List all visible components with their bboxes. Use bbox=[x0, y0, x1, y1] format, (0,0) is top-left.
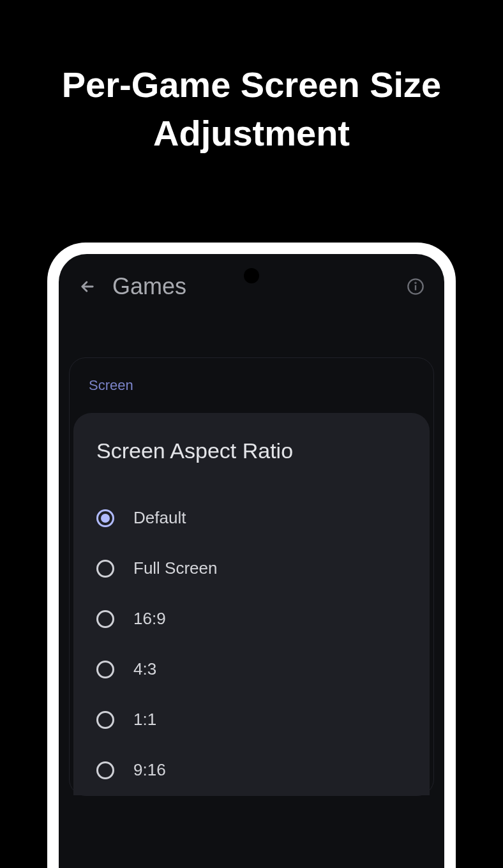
radio-label: 1:1 bbox=[133, 710, 156, 730]
radio-option-default[interactable]: Default bbox=[96, 493, 407, 543]
radio-icon bbox=[96, 610, 114, 628]
radio-label: 16:9 bbox=[133, 609, 166, 629]
app-bar: Games bbox=[59, 254, 444, 313]
radio-icon bbox=[96, 761, 114, 779]
radio-option-full-screen[interactable]: Full Screen bbox=[96, 543, 407, 594]
radio-icon bbox=[96, 560, 114, 578]
phone-frame: Games Screen Screen Aspect Ratio Default… bbox=[47, 243, 456, 868]
section-card: Screen Screen Aspect Ratio Default Full … bbox=[69, 357, 434, 796]
info-icon[interactable] bbox=[406, 277, 425, 296]
radio-option-9-16[interactable]: 9:16 bbox=[96, 745, 407, 795]
phone-screen: Games Screen Screen Aspect Ratio Default… bbox=[59, 254, 444, 868]
radio-option-4-3[interactable]: 4:3 bbox=[96, 644, 407, 694]
svg-point-2 bbox=[415, 283, 416, 283]
back-arrow-icon[interactable] bbox=[78, 277, 97, 296]
dialog-title: Screen Aspect Ratio bbox=[96, 438, 407, 463]
section-label: Screen bbox=[70, 377, 433, 413]
radio-option-16-9[interactable]: 16:9 bbox=[96, 594, 407, 644]
radio-option-1-1[interactable]: 1:1 bbox=[96, 694, 407, 745]
radio-icon bbox=[96, 509, 114, 527]
radio-label: 9:16 bbox=[133, 760, 166, 780]
radio-icon bbox=[96, 661, 114, 678]
radio-label: 4:3 bbox=[133, 659, 156, 679]
radio-label: Full Screen bbox=[133, 558, 218, 578]
aspect-ratio-dialog: Screen Aspect Ratio Default Full Screen … bbox=[73, 413, 430, 795]
radio-label: Default bbox=[133, 508, 186, 528]
promo-headline: Per-Game Screen Size Adjustment bbox=[0, 0, 503, 157]
camera-notch bbox=[244, 268, 259, 283]
radio-icon bbox=[96, 711, 114, 729]
